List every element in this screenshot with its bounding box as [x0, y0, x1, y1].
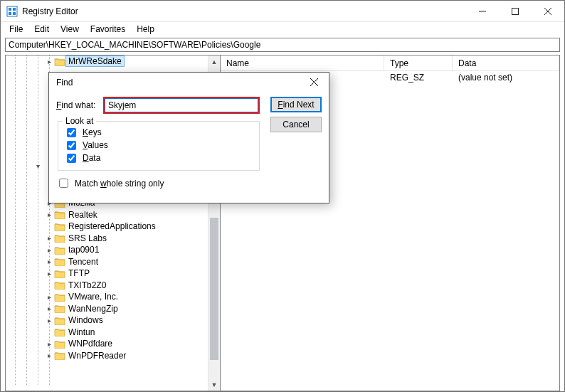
chevron-right-icon[interactable]: ▸: [44, 293, 54, 301]
tree-item-label: WanNengZip: [65, 304, 118, 314]
menubar: File Edit View Favorites Help: [1, 22, 564, 36]
match-whole-row[interactable]: Match whole string only: [56, 176, 322, 190]
values-checkbox-row[interactable]: Values: [64, 139, 253, 152]
tree-item[interactable]: ▸TFTP: [6, 267, 220, 280]
tree-item[interactable]: ▸VMware, Inc.: [6, 291, 220, 303]
find-dialog: Find Find what: Look at Keys Values: [48, 72, 329, 203]
svg-rect-1: [9, 8, 11, 11]
tree-item-label: VMware, Inc.: [65, 292, 118, 302]
tree-item[interactable]: ▸tap0901: [6, 244, 220, 256]
tree-item[interactable]: ▸Tencent: [6, 256, 220, 268]
find-what-highlight: [103, 97, 260, 114]
values-label: Values: [83, 140, 108, 150]
scroll-up-icon[interactable]: ▲: [208, 55, 220, 68]
folder-icon: [54, 351, 65, 361]
value-type: REG_SZ: [384, 73, 453, 83]
menu-help[interactable]: Help: [131, 23, 160, 36]
column-headers: Name Type Data: [221, 55, 559, 71]
folder-icon: [54, 221, 65, 231]
folder-icon: [54, 315, 65, 325]
tree-item[interactable]: ▸MrWReSdake: [6, 55, 220, 68]
look-at-group: Look at Keys Values Data: [58, 121, 260, 171]
value-data: (value not set): [453, 73, 559, 83]
cancel-button[interactable]: Cancel: [270, 117, 322, 132]
address-bar[interactable]: Computer\HKEY_LOCAL_MACHINE\SOFTWARE\Pol…: [5, 38, 560, 52]
chevron-right-icon[interactable]: ▸: [44, 258, 54, 265]
address-text: Computer\HKEY_LOCAL_MACHINE\SOFTWARE\Pol…: [9, 40, 260, 50]
tree-item-label: RegisteredApplications: [65, 221, 156, 231]
tree-item-label: WnPDFReader: [65, 351, 126, 361]
tree-item[interactable]: RegisteredApplications: [6, 221, 220, 233]
tree-item-label: Wintun: [65, 327, 95, 337]
data-checkbox[interactable]: [67, 154, 76, 163]
find-close-button[interactable]: [302, 74, 326, 90]
close-button[interactable]: [532, 1, 564, 22]
keys-label: Keys: [83, 127, 102, 137]
chevron-right-icon[interactable]: ▸: [44, 317, 54, 324]
titlebar: Registry Editor: [1, 1, 564, 22]
svg-rect-2: [13, 8, 16, 11]
folder-icon: [54, 304, 65, 314]
tree-item-label: tap0901: [65, 245, 99, 255]
tree-item[interactable]: Wintun: [6, 327, 220, 339]
chevron-right-icon[interactable]: ▸: [44, 234, 54, 242]
folder-icon: [54, 257, 65, 267]
tree-item[interactable]: ▸Windows: [6, 314, 220, 327]
folder-icon: [54, 210, 65, 220]
column-data[interactable]: Data: [453, 55, 559, 70]
chevron-right-icon[interactable]: ▸: [44, 246, 54, 254]
tree-item[interactable]: ▸SRS Labs: [6, 233, 220, 245]
tree-item-label: WNPdfdare: [65, 339, 112, 349]
chevron-right-icon[interactable]: ▸: [44, 270, 54, 277]
tree-item-label: MrWReSdake: [65, 55, 125, 67]
tree-item[interactable]: ▸WnPDFReader: [6, 350, 220, 362]
menu-file[interactable]: File: [4, 23, 28, 36]
folder-icon: [54, 280, 65, 290]
maximize-button[interactable]: [499, 1, 532, 22]
app-icon: [6, 6, 18, 17]
find-dialog-title: Find: [49, 73, 329, 92]
menu-view[interactable]: View: [55, 23, 85, 36]
chevron-right-icon[interactable]: ▸: [44, 351, 54, 359]
svg-rect-4: [13, 12, 16, 15]
chevron-down-icon[interactable]: ▾: [33, 162, 43, 170]
keys-checkbox[interactable]: [67, 128, 76, 137]
tree-item[interactable]: ▸WanNengZip: [6, 303, 220, 315]
tree-item[interactable]: ▸WNPdfdare: [6, 338, 220, 350]
registry-editor-window: Registry Editor File Edit View Favorites…: [0, 0, 565, 392]
folder-icon: [54, 56, 65, 66]
values-checkbox[interactable]: [67, 141, 76, 150]
folder-icon: [54, 233, 65, 243]
tree-item-label: Realtek: [65, 210, 97, 220]
chevron-right-icon[interactable]: ▸: [44, 340, 54, 348]
tree-item[interactable]: ▸Realtek: [6, 209, 220, 221]
chevron-right-icon[interactable]: ▸: [44, 304, 54, 312]
tree-item-label: Windows: [65, 315, 103, 325]
tree-item-label: SRS Labs: [65, 233, 107, 243]
folder-icon: [54, 268, 65, 278]
tree-item[interactable]: TXITb2Z0: [6, 280, 220, 292]
chevron-right-icon[interactable]: ▸: [44, 211, 54, 218]
chevron-right-icon[interactable]: ▸: [44, 58, 54, 65]
scroll-down-icon[interactable]: ▼: [208, 378, 220, 391]
tree-item-label: Tencent: [65, 257, 98, 267]
window-title: Registry Editor: [22, 6, 78, 16]
minimize-button[interactable]: [466, 1, 499, 22]
folder-icon: [54, 339, 65, 349]
menu-favorites[interactable]: Favorites: [85, 23, 131, 36]
data-checkbox-row[interactable]: Data: [64, 152, 253, 164]
column-name[interactable]: Name: [221, 55, 384, 70]
tree-item-label: TXITb2Z0: [65, 280, 106, 290]
column-type[interactable]: Type: [384, 55, 453, 70]
menu-edit[interactable]: Edit: [28, 23, 55, 36]
keys-checkbox-row[interactable]: Keys: [64, 126, 253, 139]
find-what-input[interactable]: [105, 98, 258, 112]
find-what-label: Find what:: [56, 100, 96, 110]
match-whole-label: Match whole string only: [75, 179, 164, 189]
scroll-thumb[interactable]: [210, 218, 218, 360]
svg-rect-3: [9, 12, 11, 15]
folder-icon: [54, 292, 65, 302]
folder-icon: [54, 245, 65, 255]
match-whole-checkbox[interactable]: [59, 179, 68, 188]
find-next-button[interactable]: Find Next: [270, 97, 322, 112]
